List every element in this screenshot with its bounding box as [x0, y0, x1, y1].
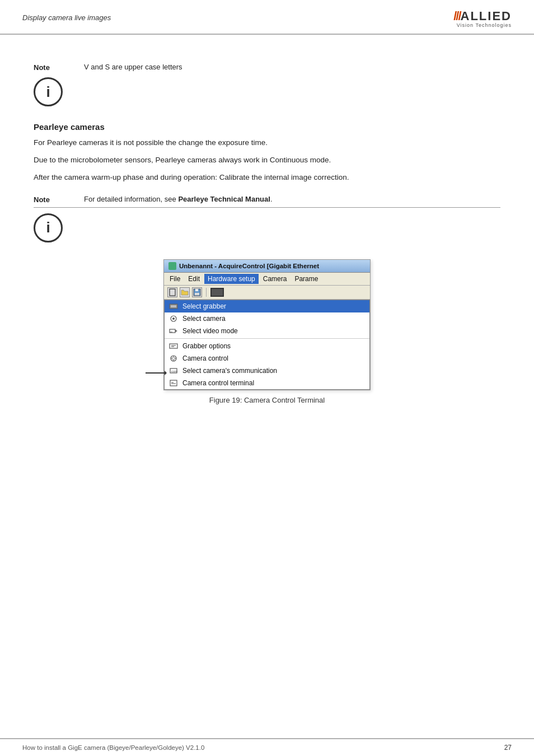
note-2-label: Note — [34, 195, 84, 204]
grabber-options-icon — [169, 342, 178, 351]
menu-select-grabber-label: Select grabber — [182, 302, 226, 310]
svg-rect-5 — [195, 289, 198, 291]
menu-select-grabber[interactable]: Select grabber — [165, 300, 369, 312]
app-title: Unbenannt - AcquireControl [Gigabit Ethe… — [179, 263, 319, 269]
menu-separator-1 — [165, 338, 369, 339]
logo-text: ALLIED — [461, 10, 512, 22]
logo-slashes: /// — [453, 10, 460, 22]
section-para-1: For Pearleye cameras it is not possible … — [34, 137, 500, 149]
select-grabber-icon — [169, 302, 178, 311]
menu-parame[interactable]: Parame — [291, 274, 321, 284]
app-icon — [168, 262, 176, 270]
menu-camera[interactable]: Camera — [260, 274, 291, 284]
info-icon-1: i — [34, 77, 63, 106]
app-menubar: File Edit Hardware setup Camera Parame — [164, 273, 370, 286]
com-icon: com — [169, 366, 178, 375]
svg-text:com: com — [171, 370, 177, 373]
menu-select-video-mode[interactable]: Select video mode — [165, 325, 369, 337]
menu-select-camera-comm[interactable]: com Select camera's communication — [165, 365, 369, 377]
menu-select-camera-comm-label: Select camera's communication — [182, 367, 277, 375]
hardware-setup-dropdown: Select grabber Select camera — [164, 300, 370, 390]
terminal-icon — [169, 379, 178, 388]
info-icon-2: i — [34, 213, 63, 242]
footer-text: How to install a GigE camera (Bigeye/Pea… — [22, 744, 204, 751]
svg-point-18 — [172, 357, 175, 360]
note-2-text: For detailed information, see Pearleye T… — [84, 195, 500, 203]
svg-rect-7 — [171, 305, 176, 307]
section-para-3: After the camera warm-up phase and durin… — [34, 172, 500, 184]
page-subtitle: Display camera live images — [22, 10, 111, 22]
menu-camera-control-terminal-label: Camera control terminal — [182, 379, 254, 387]
camera-control-icon — [169, 354, 178, 363]
page-footer: How to install a GigE camera (Bigeye/Pea… — [0, 738, 534, 756]
svg-marker-1 — [165, 371, 167, 375]
svg-marker-11 — [175, 330, 177, 332]
app-titlebar: Unbenannt - AcquireControl [Gigabit Ethe… — [164, 260, 370, 273]
section-para-2: Due to the microbolometer sensors, Pearl… — [34, 155, 500, 166]
svg-rect-2 — [170, 289, 175, 296]
menu-grabber-options[interactable]: Grabber options — [165, 340, 369, 352]
menu-select-video-mode-label: Select video mode — [182, 327, 238, 335]
figure-caption: Figure 19: Camera Control Terminal — [209, 396, 325, 404]
toolbar-new[interactable] — [167, 287, 177, 297]
main-content: Note V and S are upper case letters i Pe… — [0, 35, 534, 432]
svg-rect-25 — [170, 380, 177, 386]
note-1-label: Note — [34, 63, 84, 72]
menu-edit[interactable]: Edit — [185, 274, 203, 284]
section-heading: Pearleye cameras — [34, 122, 500, 132]
select-video-icon — [169, 326, 178, 335]
note-1-text: V and S are upper case letters — [84, 63, 500, 71]
app-window: Unbenannt - AcquireControl [Gigabit Ethe… — [163, 259, 371, 390]
menu-file[interactable]: File — [166, 274, 184, 284]
screenshot-area: Unbenannt - AcquireControl [Gigabit Ethe… — [34, 259, 500, 404]
menu-camera-control-terminal[interactable]: Camera control terminal — [165, 377, 369, 389]
menu-hardware-setup[interactable]: Hardware setup — [204, 274, 259, 284]
info-icon-1-wrap: i — [34, 77, 500, 106]
page-header: Display camera live images /// ALLIED Vi… — [0, 0, 534, 35]
app-toolbar — [164, 286, 370, 300]
menu-camera-control-label: Camera control — [182, 354, 228, 362]
arrow-indicator — [144, 369, 167, 377]
footer-page: 27 — [504, 744, 512, 752]
select-camera-icon — [169, 314, 178, 323]
logo-sub: Vision Technologies — [457, 22, 512, 28]
info-icon-2-wrap: i — [34, 213, 500, 242]
svg-rect-14 — [170, 344, 177, 348]
toolbar-grabber-icon[interactable] — [210, 288, 224, 297]
menu-grabber-options-label: Grabber options — [182, 342, 231, 350]
toolbar-open[interactable] — [180, 287, 190, 297]
logo: /// ALLIED Vision Technologies — [453, 10, 512, 28]
menu-select-camera[interactable]: Select camera — [165, 312, 369, 325]
svg-point-9 — [172, 318, 175, 320]
toolbar-save[interactable] — [192, 287, 202, 297]
note-1: Note V and S are upper case letters — [34, 63, 500, 72]
note-2-bold: Pearleye Technical Manual — [178, 195, 270, 203]
note-2: Note For detailed information, see Pearl… — [34, 195, 500, 208]
menu-camera-control[interactable]: Camera control — [165, 352, 369, 365]
svg-rect-4 — [195, 293, 199, 295]
menu-select-camera-label: Select camera — [182, 315, 226, 323]
toolbar-separator — [206, 288, 207, 297]
